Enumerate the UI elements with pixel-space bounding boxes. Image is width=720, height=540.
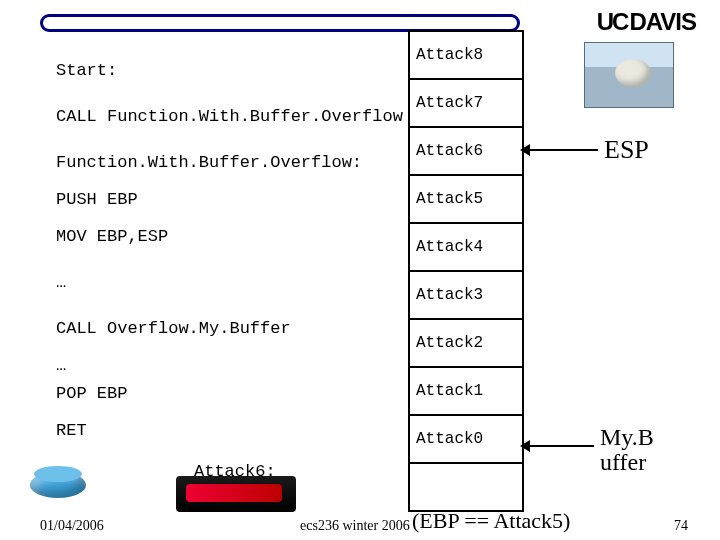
stack-value: Attack3 <box>416 286 483 304</box>
code-line: Start: <box>56 60 117 81</box>
stack-diagram: Attack8 Attack7 Attack6 Attack5 Attack4 … <box>408 30 524 512</box>
ebp-equation: (EBP == Attack5) <box>412 508 570 534</box>
stack-cell: Attack1 <box>408 366 524 414</box>
mybuffer-pointer-line <box>526 445 594 447</box>
stack-cell: Attack3 <box>408 270 524 318</box>
assembly-code-listing: Start: CALL Function.With.Buffer.Overflo… <box>56 48 403 454</box>
code-line: … <box>56 355 66 376</box>
brand-uc: UC <box>597 8 628 35</box>
footer-course: ecs236 winter 2006 <box>300 518 410 534</box>
stack-cell: Attack5 <box>408 174 524 222</box>
mybuffer-label-line: uffer <box>600 449 646 475</box>
stack-cell: Attack4 <box>408 222 524 270</box>
router-icon <box>24 464 92 508</box>
esp-label: ESP <box>604 135 649 165</box>
code-line: RET <box>56 420 87 441</box>
decorative-photo <box>584 42 674 108</box>
stack-value: Attack8 <box>416 46 483 64</box>
egghead-sculpture <box>615 59 651 87</box>
stack-cell: Attack8 <box>408 30 524 78</box>
mybuffer-label-line: My.B <box>600 424 654 450</box>
ucdavis-logo: UCDAVIS <box>597 8 696 36</box>
clipart-image <box>176 476 296 512</box>
code-line: PUSH EBP <box>56 189 138 210</box>
stack-cell: Attack7 <box>408 78 524 126</box>
mybuffer-label: My.B uffer <box>600 425 654 475</box>
stack-cell <box>408 462 524 512</box>
code-line: Function.With.Buffer.Overflow: <box>56 152 362 173</box>
esp-pointer-line <box>526 149 598 151</box>
code-line: POP EBP <box>56 383 127 404</box>
stack-value: Attack1 <box>416 382 483 400</box>
stack-value: Attack0 <box>416 430 483 448</box>
stack-value: Attack7 <box>416 94 483 112</box>
stack-value: Attack5 <box>416 190 483 208</box>
stack-value: Attack6 <box>416 142 483 160</box>
stack-cell: Attack2 <box>408 318 524 366</box>
code-line: MOV EBP,ESP <box>56 226 168 247</box>
footer-date: 01/04/2006 <box>40 518 104 534</box>
footer-page-number: 74 <box>674 518 688 534</box>
code-line: CALL Overflow.My.Buffer <box>56 318 291 339</box>
stack-cell: Attack0 <box>408 414 524 462</box>
code-line: CALL Function.With.Buffer.Overflow <box>56 106 403 127</box>
arrow-left-icon <box>520 144 530 156</box>
code-line: … <box>56 272 66 293</box>
brand-davis: DAVIS <box>629 8 696 35</box>
arrow-left-icon <box>520 440 530 452</box>
stack-value: Attack4 <box>416 238 483 256</box>
stack-value: Attack2 <box>416 334 483 352</box>
stack-cell: Attack6 <box>408 126 524 174</box>
